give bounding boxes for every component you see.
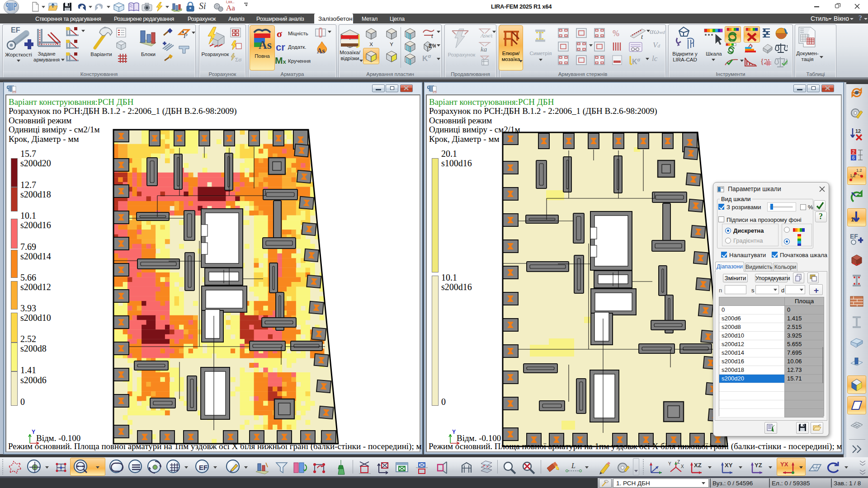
svg-text:YX: YX xyxy=(780,461,788,468)
svg-text:%: % xyxy=(613,29,619,38)
svg-text:L: L xyxy=(571,462,576,469)
svg-text:25: 25 xyxy=(433,90,437,94)
svg-text:ka: ka xyxy=(481,46,487,52)
svg-text:Asw/u: Asw/u xyxy=(480,33,492,39)
svg-text:Y: Y xyxy=(32,430,35,435)
svg-text:XZ: XZ xyxy=(694,462,702,469)
svg-text:EF: EF xyxy=(11,26,20,34)
svg-text:Z: Z xyxy=(677,460,680,465)
svg-text:6: 6 xyxy=(852,155,855,160)
svg-text:t: t xyxy=(641,33,643,40)
svg-text:Y: Y xyxy=(452,430,456,435)
svg-text:As: As xyxy=(317,47,325,54)
svg-text:XY: XY xyxy=(725,462,733,469)
svg-text:EF: EF xyxy=(199,464,208,471)
svg-text:Σ%: Σ% xyxy=(429,42,436,49)
svg-text:Kσ: Kσ xyxy=(632,57,641,66)
svg-text:Σσ: Σσ xyxy=(235,56,242,63)
svg-text:1.2: 1.2 xyxy=(850,174,856,178)
svg-text:12: 12 xyxy=(855,128,861,134)
svg-text:t: t xyxy=(431,33,434,39)
svg-text:P: P xyxy=(183,33,188,39)
svg-text:1: 1 xyxy=(851,216,854,223)
svg-text:Y: Y xyxy=(668,461,671,466)
svg-text:25: 25 xyxy=(12,90,16,94)
svg-text:1.2: 1.2 xyxy=(856,168,862,173)
svg-text:YZ: YZ xyxy=(755,462,762,469)
svg-text:As: As xyxy=(259,38,272,50)
svg-text:X: X xyxy=(681,464,684,469)
svg-text:2: 2 xyxy=(852,150,855,155)
svg-text:EF: EF xyxy=(850,233,858,240)
